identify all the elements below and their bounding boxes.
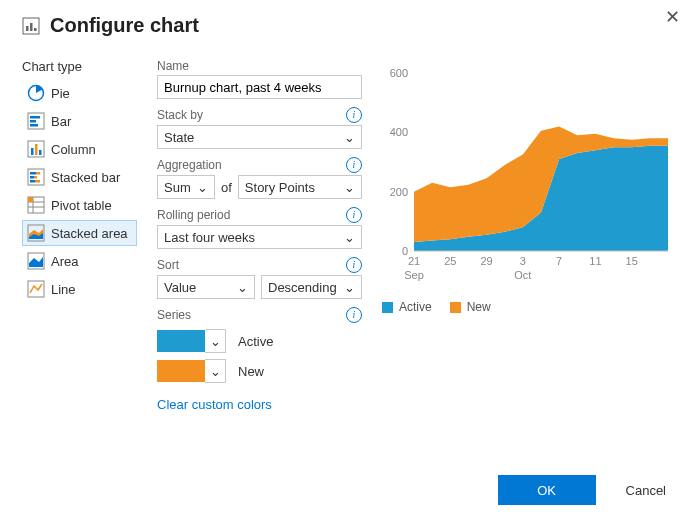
rolling-label: Rolling period bbox=[157, 208, 230, 222]
svg-text:Oct: Oct bbox=[514, 269, 531, 281]
chart-type-heading: Chart type bbox=[22, 59, 137, 74]
svg-rect-14 bbox=[30, 172, 36, 175]
aggregation-field-select[interactable]: Story Points⌄ bbox=[238, 175, 362, 199]
clear-colors-link[interactable]: Clear custom colors bbox=[157, 397, 272, 412]
svg-rect-3 bbox=[34, 28, 37, 31]
chart-icon bbox=[22, 17, 40, 35]
chevron-down-icon: ⌄ bbox=[205, 359, 226, 383]
ok-button[interactable]: OK bbox=[498, 475, 596, 505]
svg-rect-16 bbox=[30, 176, 34, 179]
svg-rect-2 bbox=[30, 23, 33, 31]
series-color-select[interactable]: ⌄ bbox=[157, 329, 226, 353]
svg-text:Sep: Sep bbox=[404, 269, 424, 281]
svg-text:25: 25 bbox=[444, 255, 456, 267]
chevron-down-icon: ⌄ bbox=[344, 180, 355, 195]
svg-text:7: 7 bbox=[556, 255, 562, 267]
legend-swatch-active bbox=[382, 302, 393, 313]
chevron-down-icon: ⌄ bbox=[197, 180, 208, 195]
svg-rect-6 bbox=[30, 116, 40, 119]
chart-legend: Active New bbox=[382, 300, 672, 314]
name-label: Name bbox=[157, 59, 189, 73]
svg-rect-24 bbox=[28, 197, 33, 202]
chart-type-label: Line bbox=[51, 282, 76, 297]
series-color-select[interactable]: ⌄ bbox=[157, 359, 226, 383]
svg-rect-7 bbox=[30, 120, 36, 123]
svg-rect-12 bbox=[39, 150, 42, 155]
info-icon[interactable]: i bbox=[346, 307, 362, 323]
info-icon[interactable]: i bbox=[346, 257, 362, 273]
svg-rect-10 bbox=[31, 148, 34, 155]
chevron-down-icon: ⌄ bbox=[205, 329, 226, 353]
aggregation-of-label: of bbox=[221, 180, 232, 195]
series-label: Series bbox=[157, 308, 191, 322]
rolling-select[interactable]: Last four weeks⌄ bbox=[157, 225, 362, 249]
dialog-title: Configure chart bbox=[50, 14, 199, 37]
stack-by-label: Stack by bbox=[157, 108, 203, 122]
svg-rect-17 bbox=[34, 176, 37, 179]
svg-text:3: 3 bbox=[520, 255, 526, 267]
series-name: New bbox=[238, 364, 264, 379]
chart-type-label: Stacked bar bbox=[51, 170, 120, 185]
svg-rect-18 bbox=[30, 180, 35, 183]
color-swatch bbox=[157, 330, 205, 352]
legend-swatch-new bbox=[450, 302, 461, 313]
aggregation-label: Aggregation bbox=[157, 158, 222, 172]
cancel-button[interactable]: Cancel bbox=[620, 482, 672, 499]
chart-type-line[interactable]: Line bbox=[22, 276, 137, 302]
aggregation-func-select[interactable]: Sum⌄ bbox=[157, 175, 215, 199]
svg-rect-15 bbox=[36, 172, 40, 175]
chart-type-stacked-area[interactable]: Stacked area bbox=[22, 220, 137, 246]
svg-text:11: 11 bbox=[589, 255, 601, 267]
svg-rect-11 bbox=[35, 144, 38, 155]
name-input[interactable] bbox=[157, 75, 362, 99]
svg-rect-1 bbox=[26, 26, 29, 31]
chart-type-label: Stacked area bbox=[51, 226, 128, 241]
chart-type-stacked-bar[interactable]: Stacked bar bbox=[22, 164, 137, 190]
legend-label: New bbox=[467, 300, 491, 314]
svg-rect-8 bbox=[30, 124, 38, 127]
chart-type-label: Area bbox=[51, 254, 78, 269]
config-form: Name Stack byi State⌄ Aggregationi Sum⌄ … bbox=[157, 59, 362, 412]
sort-dir-select[interactable]: Descending⌄ bbox=[261, 275, 362, 299]
info-icon[interactable]: i bbox=[346, 107, 362, 123]
chart-type-label: Pivot table bbox=[51, 198, 112, 213]
chart-type-label: Pie bbox=[51, 86, 70, 101]
chevron-down-icon: ⌄ bbox=[344, 230, 355, 245]
chart-type-list: Chart type PieBarColumnStacked barPivot … bbox=[22, 59, 137, 412]
chart-type-pie[interactable]: Pie bbox=[22, 80, 137, 106]
stack-by-select[interactable]: State⌄ bbox=[157, 125, 362, 149]
svg-text:29: 29 bbox=[480, 255, 492, 267]
chart-type-area[interactable]: Area bbox=[22, 248, 137, 274]
svg-text:21: 21 bbox=[408, 255, 420, 267]
chevron-down-icon: ⌄ bbox=[344, 280, 355, 295]
chart-type-label: Column bbox=[51, 142, 96, 157]
svg-text:400: 400 bbox=[390, 126, 408, 138]
info-icon[interactable]: i bbox=[346, 157, 362, 173]
close-icon[interactable]: ✕ bbox=[665, 6, 680, 28]
chart-type-column[interactable]: Column bbox=[22, 136, 137, 162]
chart-preview: 0200400600212529371115SepOct Active New bbox=[382, 59, 672, 412]
chevron-down-icon: ⌄ bbox=[344, 130, 355, 145]
info-icon[interactable]: i bbox=[346, 207, 362, 223]
svg-text:600: 600 bbox=[390, 67, 408, 79]
svg-text:15: 15 bbox=[626, 255, 638, 267]
color-swatch bbox=[157, 360, 205, 382]
series-name: Active bbox=[238, 334, 273, 349]
sort-by-select[interactable]: Value⌄ bbox=[157, 275, 255, 299]
chart-type-pivot-table[interactable]: Pivot table bbox=[22, 192, 137, 218]
legend-label: Active bbox=[399, 300, 432, 314]
sort-label: Sort bbox=[157, 258, 179, 272]
svg-text:200: 200 bbox=[390, 186, 408, 198]
svg-rect-19 bbox=[35, 180, 40, 183]
chart-type-label: Bar bbox=[51, 114, 71, 129]
chart-type-bar[interactable]: Bar bbox=[22, 108, 137, 134]
chevron-down-icon: ⌄ bbox=[237, 280, 248, 295]
